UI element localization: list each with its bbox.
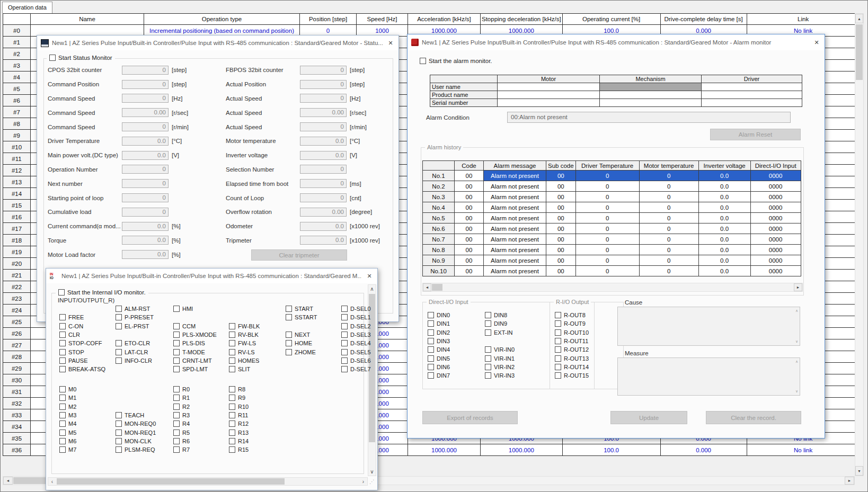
signal-el-prst[interactable]: EL-PRST (116, 323, 149, 329)
checkbox[interactable] (555, 346, 561, 353)
checkbox[interactable] (485, 364, 491, 370)
signal-d-sel6[interactable]: D-SEL6 (341, 357, 371, 364)
history-cell[interactable]: 0.0 (699, 223, 751, 234)
history-cell[interactable]: 0 (640, 234, 699, 245)
history-cell[interactable]: 0 (640, 223, 699, 234)
checkbox[interactable] (420, 58, 426, 64)
history-cell[interactable]: Alarm not present (484, 171, 546, 181)
history-cell[interactable]: Alarm not present (484, 181, 546, 192)
checkbox[interactable] (173, 430, 180, 436)
history-cell[interactable]: 0 (640, 255, 699, 266)
signal-sstart[interactable]: SSTART (286, 314, 317, 320)
history-cell[interactable]: 0 (640, 192, 699, 202)
history-cell[interactable]: 0 (576, 192, 640, 202)
signal-rv-blk[interactable]: RV-BLK (229, 332, 259, 338)
scroll-left-icon[interactable]: ‹ (48, 478, 56, 485)
checkbox[interactable] (116, 438, 122, 444)
signal-r10[interactable]: R10 (229, 404, 249, 410)
history-cell[interactable]: 0 (640, 213, 699, 223)
checkbox[interactable] (59, 366, 66, 372)
checkbox[interactable] (59, 386, 66, 392)
signal-r-out8[interactable]: R-OUT8 (555, 312, 586, 318)
signal-pls-xmode[interactable]: PLS-XMODE (173, 332, 217, 338)
history-cell[interactable]: Alarm not present (484, 234, 546, 245)
history-cell[interactable]: Alarm not present (484, 245, 546, 255)
signal-spd-lmt[interactable]: SPD-LMT (173, 366, 208, 372)
signal-vir-in1[interactable]: VIR-IN1 (485, 355, 515, 362)
checkbox[interactable] (116, 412, 122, 418)
checkbox[interactable] (58, 289, 65, 296)
signal-ext-in[interactable]: EXT-IN (485, 329, 512, 336)
history-cell[interactable]: 0000 (751, 192, 801, 202)
row-header[interactable]: #6 (3, 95, 31, 106)
signal-din8[interactable]: DIN8 (485, 312, 507, 318)
checkbox[interactable] (59, 349, 66, 355)
checkbox[interactable] (173, 340, 180, 346)
resize-grip-icon[interactable]: ⋰ (369, 479, 375, 485)
row-header[interactable]: #24 (3, 305, 31, 316)
signal-vir-in2[interactable]: VIR-IN2 (485, 364, 515, 370)
scroll-right-icon[interactable]: › (359, 478, 367, 485)
checkbox[interactable] (555, 364, 561, 370)
signal-d-sel7[interactable]: D-SEL7 (341, 366, 371, 372)
history-cell[interactable]: 0.0 (699, 245, 751, 255)
row-header[interactable]: #30 (3, 374, 31, 386)
checkbox[interactable] (341, 340, 348, 346)
alarm-monitor-titlebar[interactable]: New1 | AZ Series Pulse Input/Built-in Co… (408, 34, 825, 50)
history-cell[interactable]: 00 (546, 255, 576, 266)
history-row-header[interactable]: No.9 (423, 255, 455, 266)
checkbox[interactable] (555, 372, 561, 379)
checkbox[interactable] (229, 412, 235, 418)
history-cell[interactable]: 00 (455, 202, 484, 213)
signal-r-out10[interactable]: R-OUT10 (555, 329, 589, 336)
history-cell[interactable]: 00 (455, 245, 484, 255)
signal-d-sel3[interactable]: D-SEL3 (341, 332, 371, 338)
checkbox[interactable] (229, 366, 235, 372)
checkbox[interactable] (59, 430, 66, 436)
table-vertical-scrollbar[interactable]: ▲ ▼ (855, 13, 864, 476)
signal-rv-ls[interactable]: RV-LS (229, 349, 255, 355)
history-cell[interactable]: 0000 (751, 245, 801, 255)
history-cell[interactable]: 00 (455, 266, 484, 276)
clear-the-record-button[interactable]: Clear the record. (706, 411, 801, 424)
signal-r15[interactable]: R15 (229, 446, 249, 453)
checkbox[interactable] (428, 329, 434, 336)
start-alarm-monitor-checkbox[interactable]: Start the alarm monitor. (417, 58, 495, 64)
history-row-header[interactable]: No.7 (423, 234, 455, 245)
history-cell[interactable]: 0 (576, 266, 640, 276)
row-header[interactable]: #13 (3, 176, 31, 188)
signal-r8[interactable]: R8 (229, 386, 245, 392)
history-cell[interactable]: 0 (576, 181, 640, 192)
checkbox[interactable] (173, 438, 180, 444)
history-row-header[interactable]: No.1 (423, 171, 455, 181)
scroll-right-icon[interactable]: ► (794, 283, 802, 291)
history-cell[interactable]: 0000 (751, 181, 801, 192)
checkbox[interactable] (229, 357, 235, 364)
signal-din3[interactable]: DIN3 (428, 338, 450, 344)
checkbox[interactable] (116, 357, 122, 364)
history-cell[interactable]: Alarm not present (484, 266, 546, 276)
start-status-monitor-checkbox[interactable]: Start Status Monitor (47, 55, 115, 61)
table-cell[interactable]: 100.0 (563, 444, 661, 456)
row-header[interactable]: #4 (3, 71, 31, 83)
checkbox[interactable] (173, 366, 180, 372)
signal-m4[interactable]: M4 (59, 421, 76, 427)
history-cell[interactable]: 00 (546, 181, 576, 192)
checkbox[interactable] (173, 404, 180, 410)
checkbox[interactable] (428, 355, 434, 362)
row-header[interactable]: #7 (3, 106, 31, 118)
history-cell[interactable]: 00 (455, 213, 484, 223)
signal-r11[interactable]: R11 (229, 412, 248, 418)
signal-fw-blk[interactable]: FW-BLK (229, 323, 260, 329)
signal-r1[interactable]: R1 (173, 395, 190, 401)
history-cell[interactable]: 00 (546, 266, 576, 276)
signal-r2[interactable]: R2 (173, 404, 190, 410)
history-cell[interactable]: 0.0 (699, 202, 751, 213)
signal-crnt-lmt[interactable]: CRNT-LMT (173, 357, 212, 364)
signal-lat-clr[interactable]: LAT-CLR (116, 349, 148, 355)
history-cell[interactable]: 0 (576, 234, 640, 245)
signal-r5[interactable]: R5 (173, 430, 190, 436)
history-cell[interactable]: 0 (640, 202, 699, 213)
status-monitor-titlebar[interactable]: New1 | AZ Series Pulse Input/Built-in Co… (37, 35, 398, 50)
signal-d-sel4[interactable]: D-SEL4 (341, 340, 371, 346)
